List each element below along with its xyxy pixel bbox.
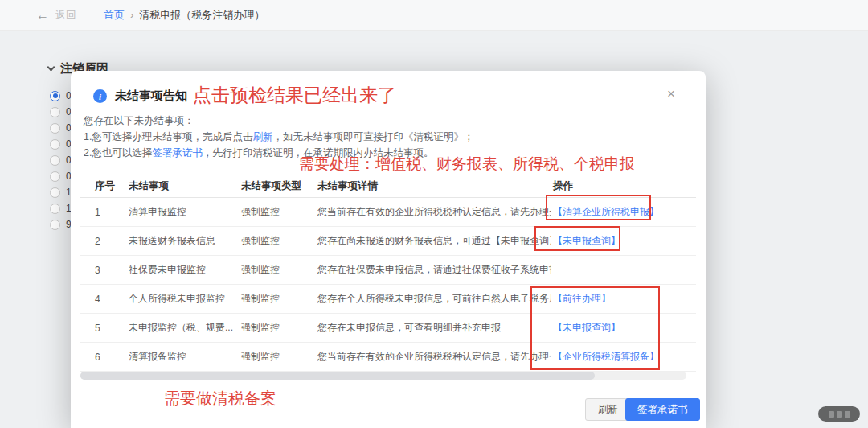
table-cell: 清算申报监控	[129, 205, 241, 219]
refresh-inline-link[interactable]: 刷新	[252, 131, 272, 142]
column-header: 未结事项类型	[241, 179, 317, 193]
table-row: 3社保费未申报监控强制监控您存在社保费未申报信息，请通过社保费征收子系统申报	[80, 256, 696, 285]
instruction-line-1: 1.您可选择办理未结事项，完成后点击刷新，如无未结事项即可直接打印《清税证明》；	[84, 129, 473, 145]
radio-icon[interactable]	[50, 123, 60, 134]
back-arrow-icon[interactable]: ←	[36, 8, 49, 23]
column-header: 序号	[80, 179, 129, 193]
table-cell: 强制监控	[241, 263, 317, 277]
modal-title: 未结事项告知	[115, 88, 187, 104]
radio-icon[interactable]	[50, 220, 60, 230]
radio-icon[interactable]	[50, 187, 60, 198]
info-icon: i	[93, 89, 107, 103]
table-cell: 1	[80, 207, 129, 218]
table-cell: 未申报监控（税、规费...	[129, 321, 241, 335]
table-cell: 您当前存在有效的企业所得税税种认定信息，请先办理企业...	[317, 205, 551, 219]
back-button[interactable]: 返回	[55, 8, 76, 23]
modal-header: i 未结事项告知	[93, 88, 187, 104]
column-header: 操作	[551, 179, 695, 193]
radio-selected-icon[interactable]	[50, 91, 60, 101]
watermark-badge	[818, 406, 860, 422]
instruction-1-text: 1.您可选择办理未结事项，完成后点击	[84, 131, 252, 142]
table-cell: 5	[80, 323, 129, 334]
table-cell: 您当前存在有效的企业所得税税种认定信息，请先办理企业...	[317, 350, 551, 364]
table-cell: 个人所得税未申报监控	[129, 292, 241, 306]
annotation-precheck-result: 点击预检结果已经出来了	[193, 83, 396, 108]
breadcrumb-home-link[interactable]: 首页	[104, 8, 125, 23]
table-cell: 4	[80, 294, 129, 305]
chevron-down-icon	[47, 64, 55, 72]
column-header: 未结事项	[129, 179, 241, 193]
breadcrumb-separator: ›	[130, 9, 133, 21]
annotation-tax-filing: 需要做清税备案	[164, 388, 276, 409]
annotation-need-handle: 需要处理：增值税、财务报表、所得税、个税申报	[299, 154, 635, 175]
table-cell: 2	[80, 236, 129, 247]
table-cell: 强制监控	[241, 321, 317, 335]
highlight-box-row2-action	[534, 226, 620, 251]
breadcrumb-current: 清税申报（税务注销办理）	[139, 8, 264, 23]
sign-commitment-inline-link[interactable]: 签署承诺书	[152, 147, 203, 158]
instruction-2-text: 2.您也可以选择	[84, 147, 152, 158]
radio-icon[interactable]	[50, 139, 60, 150]
horizontal-scrollbar[interactable]	[80, 372, 686, 380]
radio-icon[interactable]	[50, 155, 60, 166]
table-cell: 强制监控	[241, 350, 317, 364]
instruction-1-tail: ，如无未结事项即可直接打印《清税证明》；	[272, 131, 473, 142]
table-cell: 清算报备监控	[129, 350, 241, 364]
radio-icon[interactable]	[50, 107, 60, 117]
table-cell: 您存在社保费未申报信息，请通过社保费征收子系统申报	[317, 263, 551, 277]
top-bar: ← 返回 首页 › 清税申报（税务注销办理）	[0, 0, 868, 31]
table-cell: 您存在未申报信息，可查看明细并补充申报	[317, 321, 551, 335]
scrollbar-thumb[interactable]	[80, 372, 595, 380]
table-cell: 社保费未申报监控	[129, 263, 241, 277]
table-cell: 您存在尚未报送的财务报表信息，可通过【未申报查询】功...	[317, 234, 551, 248]
close-icon[interactable]: ×	[667, 87, 675, 101]
table-cell: 未报送财务报表信息	[129, 234, 241, 248]
table-cell: 强制监控	[241, 205, 317, 219]
radio-icon[interactable]	[50, 171, 60, 182]
page: ← 返回 首页 › 清税申报（税务注销办理） 注销原因 010203060709…	[0, 0, 868, 428]
column-header: 未结事项详情	[317, 179, 551, 193]
intro-line: 您存在以下未办结事项：	[84, 113, 473, 129]
table-cell: 6	[80, 352, 129, 363]
table-cell: 强制监控	[241, 292, 317, 306]
highlight-box-row1-action	[546, 195, 651, 220]
table-cell: 3	[80, 265, 129, 276]
table-cell: 强制监控	[241, 234, 317, 248]
table-cell: 您存在个人所得税未申报信息，可前往自然人电子税务局办...	[317, 292, 551, 306]
refresh-button[interactable]: 刷新	[585, 398, 631, 421]
highlight-box-rows4-6-actions	[530, 286, 660, 370]
radio-icon[interactable]	[50, 204, 60, 214]
sign-commitment-button[interactable]: 签署承诺书	[625, 398, 700, 421]
